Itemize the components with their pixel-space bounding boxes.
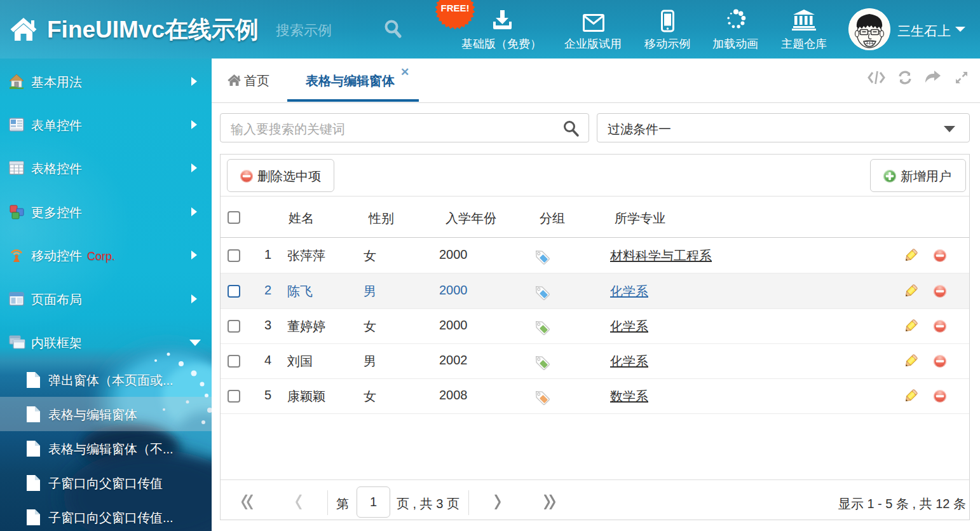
svg-text:FREE!: FREE! <box>441 3 470 13</box>
